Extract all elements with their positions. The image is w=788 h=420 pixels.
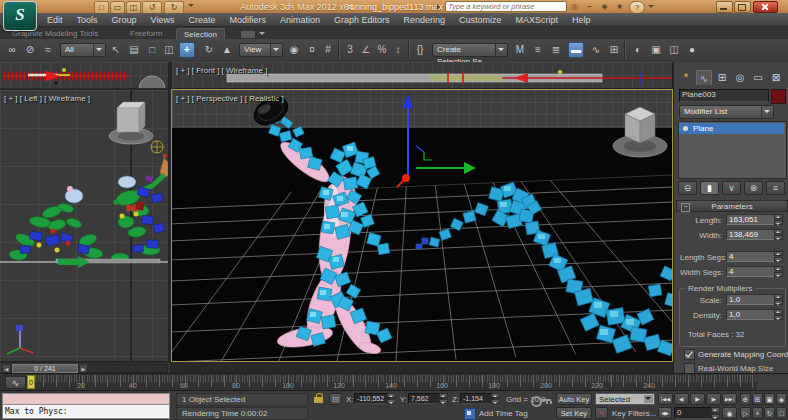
select-by-name-icon[interactable]: ▤: [126, 42, 142, 58]
tab-display[interactable]: ▭: [750, 70, 766, 85]
curve-editor-icon[interactable]: ∿: [588, 42, 604, 58]
tab-create[interactable]: *: [678, 70, 694, 85]
quick-access-dropdown-icon[interactable]: [188, 4, 194, 10]
menu-customize[interactable]: Customize: [452, 13, 509, 27]
angle-snap-toggle-icon[interactable]: ∠: [358, 42, 374, 58]
x-spinner[interactable]: [387, 393, 396, 404]
width-segs-field[interactable]: 4: [726, 266, 776, 277]
selection-filter-dropdown[interactable]: All: [60, 43, 106, 57]
material-editor-icon[interactable]: ◐: [630, 42, 646, 58]
length-segs-spinner[interactable]: [774, 251, 783, 262]
previous-frame-arrow-icon[interactable]: ◀: [2, 364, 11, 373]
layer-manager-icon[interactable]: ≣: [548, 42, 564, 58]
make-unique-icon[interactable]: ∨: [722, 181, 741, 195]
menu-help[interactable]: Help: [565, 13, 598, 27]
track-bar-ruler[interactable]: 20 40 60 80 100 120 140 160 180 200 220 …: [30, 375, 757, 391]
density-field[interactable]: 1,0: [726, 309, 776, 320]
menu-create[interactable]: Create: [181, 13, 222, 27]
menu-edit[interactable]: Edit: [40, 13, 70, 27]
key-filters-button[interactable]: Key Filters...: [612, 409, 656, 418]
zoom-extents-icon[interactable]: ▣: [764, 393, 775, 405]
menu-animation[interactable]: Animation: [273, 13, 327, 27]
configure-modifier-sets-icon[interactable]: ≡: [766, 181, 785, 195]
object-color-swatch[interactable]: [771, 89, 786, 104]
width-spinner[interactable]: [774, 229, 783, 240]
left-viewport-label[interactable]: [ + ] [ Left ] [ Wireframe ]: [4, 94, 90, 103]
stack-item-plane[interactable]: Plane: [679, 123, 784, 134]
select-and-rotate-icon[interactable]: ↻: [201, 42, 217, 58]
time-tag-icon[interactable]: [464, 408, 476, 420]
y-spinner[interactable]: [439, 393, 448, 404]
pin-stack-icon[interactable]: ⊖: [678, 181, 697, 195]
add-time-tag[interactable]: Add Time Tag: [479, 409, 528, 418]
ribbon-options-dropdown-icon[interactable]: [259, 32, 265, 38]
schematic-view-icon[interactable]: ⊞: [606, 42, 622, 58]
maxscript-macro-pane[interactable]: [2, 393, 170, 405]
absolute-mode-toggle-icon[interactable]: ⊡: [329, 393, 342, 405]
select-object-icon[interactable]: ↖: [108, 42, 124, 58]
tab-modify[interactable]: ∿: [696, 70, 712, 85]
parameters-rollout-header[interactable]: − Parameters: [676, 200, 788, 212]
modifier-bulb-icon[interactable]: [683, 126, 688, 131]
current-frame-field[interactable]: 0: [674, 407, 714, 419]
go-to-end-button[interactable]: ▶▶|: [722, 393, 737, 405]
next-frame-button[interactable]: |▶: [706, 393, 721, 405]
frame-spinner[interactable]: [711, 407, 720, 419]
set-key-button[interactable]: Set Key: [556, 407, 592, 419]
help-dropdown-icon[interactable]: [648, 5, 654, 11]
search-input[interactable]: [445, 1, 567, 12]
biped-crowd-diving[interactable]: [416, 182, 672, 356]
set-keys-key-icon[interactable]: [531, 394, 553, 405]
viewport-left[interactable]: [0, 90, 168, 361]
percent-snap-toggle-icon[interactable]: %: [374, 42, 390, 58]
unlink-selection-icon[interactable]: ⊘: [22, 42, 38, 58]
maximize-viewport-toggle-icon[interactable]: □: [776, 407, 787, 419]
search-collapse-icon[interactable]: [437, 4, 443, 10]
modifier-list-dropdown[interactable]: Modifier List: [679, 105, 774, 119]
maximize-button[interactable]: [734, 1, 751, 13]
transform-gizmo[interactable]: [397, 94, 476, 187]
z-coordinate-field[interactable]: -1,154: [460, 393, 494, 404]
length-segs-field[interactable]: 4: [726, 251, 776, 262]
open-mini-curve-editor-icon[interactable]: ∿: [5, 376, 26, 389]
biped-skeleton-right[interactable]: [111, 176, 165, 263]
viewport-perspective[interactable]: [172, 90, 672, 361]
use-pivot-point-center-icon[interactable]: ◉: [286, 42, 302, 58]
auto-key-button[interactable]: Auto Key: [556, 393, 592, 405]
viewcube[interactable]: [613, 107, 667, 157]
menu-group[interactable]: Group: [105, 13, 144, 27]
viewport-top-strip[interactable]: [0, 62, 168, 88]
zoom-icon[interactable]: ⊕: [740, 393, 751, 405]
rendered-frame-window-icon[interactable]: ◫: [666, 42, 682, 58]
edit-named-selection-sets-icon[interactable]: {}: [412, 42, 428, 58]
previous-frame-button[interactable]: ◀|: [674, 393, 689, 405]
tab-freeform[interactable]: Freeform: [130, 29, 162, 38]
perspective-viewport-label[interactable]: [ + ] [ Perspective ] [ Realistic ]: [176, 94, 284, 103]
viewcube-partial[interactable]: [139, 76, 165, 88]
tab-hierarchy[interactable]: ⊞: [714, 70, 730, 85]
density-spinner[interactable]: [774, 309, 783, 320]
x-coordinate-field[interactable]: -110,552: [354, 393, 390, 404]
track-bar[interactable]: ∿ 20 40 60 80 100 120 140 160 180 200 22…: [0, 373, 757, 391]
zoom-region-icon[interactable]: ▷: [740, 407, 751, 419]
generate-mapping-coords-checkbox[interactable]: [684, 349, 695, 360]
subscription-key-icon[interactable]: ⌐: [583, 1, 596, 12]
spinner-snap-toggle-icon[interactable]: ↕: [390, 42, 406, 58]
orbit-icon[interactable]: ↻: [764, 407, 775, 419]
favorites-star-icon[interactable]: ★: [613, 1, 626, 12]
next-frame-arrow-icon[interactable]: ▶: [79, 364, 88, 373]
scale-spinner[interactable]: [774, 294, 783, 305]
front-viewport-label[interactable]: [ + ] [ Front ] [ Wireframe ]: [176, 66, 267, 75]
length-field[interactable]: 163,051: [726, 214, 776, 225]
y-coordinate-field[interactable]: 7,562: [408, 393, 442, 404]
reference-coordinate-dropdown[interactable]: View: [239, 43, 283, 57]
menu-graph-editors[interactable]: Graph Editors: [327, 13, 397, 27]
zoom-all-icon[interactable]: ⊞: [752, 393, 763, 405]
viewcube[interactable]: [109, 102, 153, 144]
select-and-manipulate-icon[interactable]: ¤: [304, 42, 320, 58]
remove-modifier-icon[interactable]: ⊗: [744, 181, 763, 195]
zoom-extents-all-icon[interactable]: ◈: [776, 393, 787, 405]
window-crossing-toggle-icon[interactable]: ◫: [161, 42, 177, 58]
z-spinner[interactable]: [491, 393, 500, 404]
menu-maxscript[interactable]: MAXScript: [509, 13, 566, 27]
